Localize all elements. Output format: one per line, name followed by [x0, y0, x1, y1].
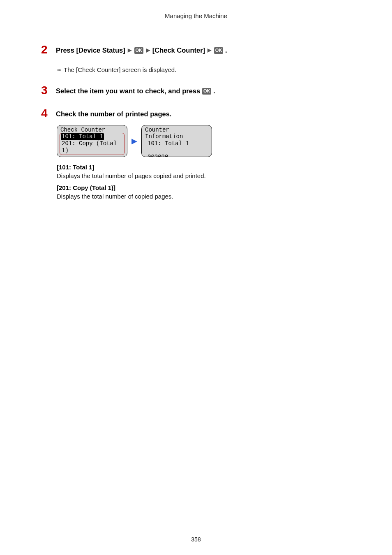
lcd-check-counter: Check Counter 101: Total 1 201: Copy (To… — [57, 125, 127, 157]
lcd1-title: Check Counter — [60, 127, 125, 133]
ok-icon: OK — [202, 88, 211, 95]
lcd2-title: Counter Information — [144, 127, 209, 140]
step-4-number: 4 — [41, 108, 50, 119]
step-4-text-part1: Check the number of printed pages. — [56, 109, 171, 119]
lcd2-row-1: 101: Total 1 — [144, 140, 209, 147]
step-3-dot: . — [213, 86, 215, 96]
step-2-text-part1: Press [Device Status] — [56, 46, 125, 55]
step-2-result-text: The [Check Counter] screen is displayed. — [64, 66, 176, 73]
ok-icon: OK — [214, 47, 223, 54]
lcd1-row-selected: 101: Total 1 — [61, 133, 104, 140]
def-101-title: [101: Total 1] — [57, 164, 351, 171]
lcd1-row-2: 201: Copy (Total 1) — [61, 140, 123, 154]
step-2-number: 2 — [41, 44, 50, 56]
page-header: Managing the Machine — [41, 12, 351, 19]
triangle-sep-icon: ▶ — [208, 47, 211, 54]
step-4-text: Check the number of printed pages. — [56, 108, 171, 119]
step-2-dot: . — [225, 46, 227, 55]
step-3: 3 Select the item you want to check, and… — [41, 85, 351, 96]
triangle-sep-icon: ▶ — [128, 47, 131, 54]
lcd2-value: 000000 — [144, 154, 209, 157]
step-2-result: ➠ The [Check Counter] screen is displaye… — [57, 66, 351, 73]
ok-icon: OK — [134, 47, 143, 54]
lcd1-selection-highlight: 101: Total 1 201: Copy (Total 1) — [60, 133, 125, 155]
lcd-counter-info: Counter Information 101: Total 1 000000 — [141, 125, 212, 157]
page-number: 358 — [0, 536, 392, 543]
step-3-text: Select the item you want to check, and p… — [56, 85, 215, 96]
step-2: 2 Press [Device Status] ▶ OK ▶ [Check Co… — [41, 44, 351, 73]
lcd-screens-row: Check Counter 101: Total 1 201: Copy (To… — [57, 125, 351, 157]
step-2-text-part2: [Check Counter] — [152, 46, 205, 55]
step-3-number: 3 — [41, 85, 50, 96]
result-arrow-icon: ➠ — [57, 67, 61, 73]
def-201-body: Displays the total number of copied page… — [57, 193, 351, 200]
definitions: [101: Total 1] Displays the total number… — [57, 164, 351, 200]
step-4: 4 Check the number of printed pages. Che… — [41, 108, 351, 200]
step-2-text: Press [Device Status] ▶ OK ▶ [Check Coun… — [56, 44, 227, 55]
arrow-right-icon: ▶ — [131, 136, 137, 146]
def-201-title: [201: Copy (Total 1)] — [57, 184, 351, 191]
step-3-text-part1: Select the item you want to check, and p… — [56, 86, 200, 96]
def-101-body: Displays the total number of pages copie… — [57, 172, 351, 179]
triangle-sep-icon: ▶ — [146, 47, 150, 54]
